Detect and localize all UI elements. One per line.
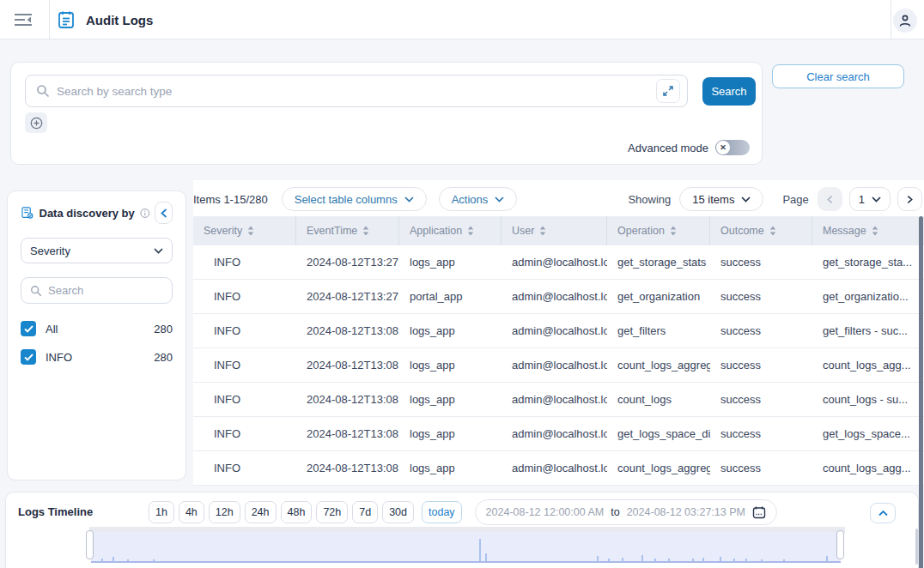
search-field-wrap: [25, 75, 688, 107]
sort-icon[interactable]: [247, 226, 254, 236]
chevron-up-icon: [878, 511, 888, 517]
checkbox-checked-icon[interactable]: [21, 349, 36, 365]
checkbox-checked-icon[interactable]: [21, 321, 36, 336]
cell-outcome: success: [710, 417, 812, 450]
actions-button[interactable]: Actions: [439, 187, 518, 211]
sort-icon[interactable]: [467, 226, 474, 236]
column-header[interactable]: Message: [812, 216, 924, 245]
table-row[interactable]: INFO 2024-08-12T13:08:... logs_app admin…: [193, 314, 924, 348]
brush-handle-left[interactable]: [86, 530, 94, 559]
advanced-mode-toggle[interactable]: ✕: [715, 140, 750, 155]
cell-message: get_logs_space...: [812, 417, 924, 450]
next-page-button[interactable]: [897, 187, 922, 211]
timeline-scrollbar[interactable]: [915, 529, 918, 565]
cell-message: get_organizatio...: [812, 280, 924, 313]
severity-filter-item[interactable]: All 280: [21, 321, 173, 336]
items-per-page-value: 15 items: [692, 193, 734, 206]
clear-search-button[interactable]: Clear search: [772, 64, 904, 88]
cell-eventtime: 2024-08-12T13:08:...: [296, 451, 399, 485]
sort-icon[interactable]: [872, 226, 878, 236]
cell-message: get_storage_sta...: [812, 245, 924, 279]
brush-selection[interactable]: [91, 532, 841, 563]
cell-user: admin@localhost.lo...: [502, 417, 607, 450]
cell-operation: get_organization: [607, 280, 710, 313]
cell-outcome: success: [710, 348, 812, 382]
table-scrollbar[interactable]: [919, 216, 923, 568]
range-button[interactable]: 12h: [209, 501, 240, 523]
range-button[interactable]: 1h: [149, 501, 174, 523]
items-per-page-select[interactable]: 15 items: [679, 187, 763, 211]
chevron-left-icon: [161, 208, 167, 218]
menu-collapse-icon: [14, 13, 33, 27]
sidebar-collapse-button[interactable]: [12, 10, 34, 29]
column-header[interactable]: Operation: [607, 216, 710, 245]
expand-search-button[interactable]: [656, 79, 680, 103]
topbar-divider-right: [891, 0, 891, 39]
chevron-down-icon: [495, 196, 504, 202]
filter-label: INFO: [46, 351, 72, 364]
table-row[interactable]: INFO 2024-08-12T13:08:... logs_app admin…: [193, 451, 924, 486]
column-header[interactable]: User: [502, 216, 607, 245]
user-icon: [898, 14, 912, 27]
timeline-title: Logs Timeline: [18, 505, 93, 518]
logs-table-region: Items 1-15/280 Select table columns Acti…: [193, 180, 924, 486]
range-button[interactable]: 7d: [352, 501, 378, 523]
sidebar-search-input[interactable]: [48, 284, 163, 297]
column-header-label: Operation: [617, 225, 665, 237]
range-buttons: 1h4h12h24h48h72h7d30d: [149, 501, 414, 523]
filter-count: 280: [154, 323, 173, 335]
audit-logs-page: Audit Logs Search: [0, 0, 924, 568]
table-row[interactable]: INFO 2024-08-12T13:08:... logs_app admin…: [193, 383, 924, 417]
cell-user: admin@localhost.lo...: [502, 451, 607, 485]
topbar-divider-left: [49, 0, 50, 39]
timeline-controls: 1h4h12h24h48h72h7d30d today 2024-08-12 1…: [149, 499, 777, 525]
table-row[interactable]: INFO 2024-08-12T13:27:... portal_app adm…: [193, 280, 924, 314]
sort-icon[interactable]: [769, 226, 776, 236]
cell-outcome: success: [710, 245, 812, 279]
severity-filter-item[interactable]: INFO 280: [21, 349, 173, 365]
histogram-spike: [641, 555, 643, 561]
column-header[interactable]: EventTime: [296, 216, 399, 245]
range-button[interactable]: 48h: [281, 501, 313, 523]
column-header-label: EventTime: [307, 225, 357, 237]
today-button[interactable]: today: [422, 501, 462, 523]
discovery-field-select[interactable]: Severity: [21, 238, 173, 263]
cell-eventtime: 2024-08-12T13:08:...: [296, 383, 399, 416]
sidebar-panel-collapse-button[interactable]: [155, 202, 173, 224]
chevron-right-icon: [907, 195, 913, 204]
info-icon[interactable]: [140, 207, 150, 220]
range-button[interactable]: 30d: [382, 501, 414, 523]
user-avatar-button[interactable]: [893, 9, 917, 33]
range-button[interactable]: 24h: [245, 501, 277, 523]
range-button[interactable]: 72h: [316, 501, 348, 523]
prev-page-button[interactable]: [818, 187, 842, 211]
column-header[interactable]: Severity: [193, 216, 296, 245]
column-header-label: Outcome: [720, 225, 764, 237]
search-button[interactable]: Search: [702, 77, 756, 106]
brush-handle-right[interactable]: [836, 530, 844, 559]
table-row[interactable]: INFO 2024-08-12T13:08:... logs_app admin…: [193, 348, 924, 383]
logs-timeline-panel: Logs Timeline 1h4h12h24h48h72h7d30d toda…: [5, 492, 919, 568]
histogram-baseline: [91, 561, 841, 563]
date-range-picker[interactable]: 2024-08-12 12:00:00 AM to 2024-08-12 03:…: [475, 499, 777, 525]
range-button[interactable]: 4h: [179, 501, 204, 523]
scrollbar-thumb[interactable]: [919, 216, 923, 568]
sort-icon[interactable]: [670, 226, 677, 236]
table-row[interactable]: INFO 2024-08-12T13:27:... logs_app admin…: [193, 245, 924, 280]
cell-severity: INFO: [193, 314, 296, 347]
toggle-knob-off-icon: ✕: [716, 141, 730, 154]
cell-operation: get_logs_space_dis...: [607, 417, 710, 450]
cell-operation: get_filters: [607, 314, 710, 347]
page-label: Page: [782, 193, 808, 206]
column-header-label: Message: [823, 225, 866, 237]
timeline-collapse-button[interactable]: [870, 503, 896, 523]
table-row[interactable]: INFO 2024-08-12T13:08:... logs_app admin…: [193, 417, 924, 451]
select-table-columns-button[interactable]: Select table columns: [282, 187, 427, 211]
add-filter-button[interactable]: [25, 112, 47, 133]
search-input[interactable]: [57, 85, 656, 98]
sort-icon[interactable]: [362, 226, 369, 236]
column-header[interactable]: Outcome: [710, 216, 812, 245]
page-number-select[interactable]: 1: [849, 187, 891, 211]
sort-icon[interactable]: [539, 226, 546, 236]
column-header[interactable]: Application: [399, 216, 502, 245]
